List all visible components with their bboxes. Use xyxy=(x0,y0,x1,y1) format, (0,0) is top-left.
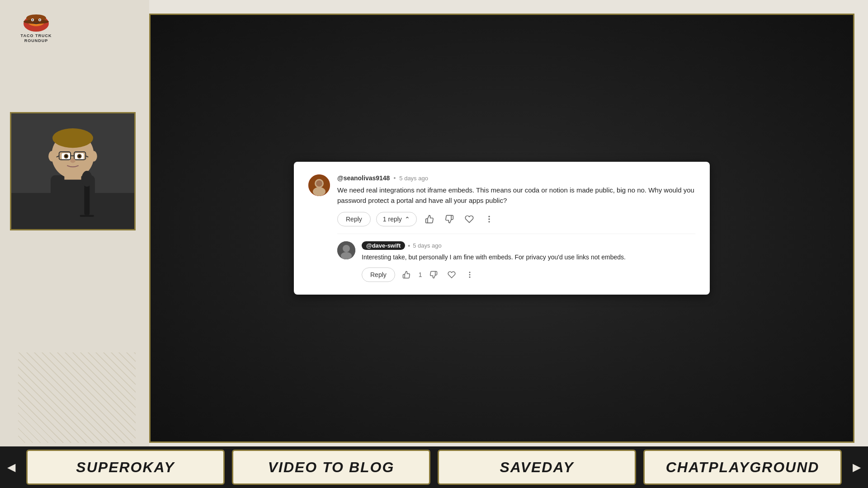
main-comment: @seanolivas9148 • 5 days ago We need rea… xyxy=(308,174,695,226)
reply-more-button[interactable] xyxy=(463,268,476,282)
logo-icon xyxy=(23,11,50,33)
main-comment-timestamp: 5 days ago xyxy=(399,175,428,182)
svg-point-35 xyxy=(488,216,490,217)
nav-arrow-right[interactable]: ▶ xyxy=(845,446,868,488)
comment-card: @seanolivas9148 • 5 days ago We need rea… xyxy=(294,162,710,295)
main-comment-avatar xyxy=(308,174,330,196)
bottom-nav-label-2: SAVEDAY xyxy=(500,459,574,476)
svg-point-20 xyxy=(65,155,67,157)
reply-like-count: 1 xyxy=(419,271,422,278)
svg-point-40 xyxy=(341,252,352,259)
svg-point-15 xyxy=(90,151,97,161)
logo-text: TACO TRUCK ROUNDUP xyxy=(21,33,52,43)
main-background: @seanolivas9148 • 5 days ago We need rea… xyxy=(151,15,853,441)
svg-point-27 xyxy=(70,159,75,163)
svg-point-41 xyxy=(469,272,470,273)
main-like-button[interactable] xyxy=(422,212,437,226)
svg-point-42 xyxy=(469,274,470,276)
main-replies-button[interactable]: 1 reply ⌃ xyxy=(376,212,417,226)
main-dislike-button[interactable] xyxy=(442,212,457,226)
svg-point-13 xyxy=(52,128,93,148)
nav-arrow-left[interactable]: ◀ xyxy=(0,446,23,488)
main-comment-username: @seanolivas9148 xyxy=(337,174,390,182)
reply-dislike-button[interactable] xyxy=(427,268,440,282)
svg-point-37 xyxy=(488,221,490,222)
svg-point-3 xyxy=(24,19,49,24)
reply-like-button[interactable] xyxy=(400,268,413,282)
bottom-nav-label-3: CHATPLAYGROUND xyxy=(666,459,820,476)
main-heart-button[interactable] xyxy=(462,212,476,226)
svg-rect-30 xyxy=(80,215,94,217)
reply-reply-button[interactable]: Reply xyxy=(362,267,395,282)
left-sidebar-bg xyxy=(0,0,149,488)
reply-comment-meta: @dave-swift • 5 days ago xyxy=(362,241,695,250)
main-comment-content: @seanolivas9148 • 5 days ago We need rea… xyxy=(337,174,695,226)
logo-area: TACO TRUCK ROUNDUP xyxy=(9,9,63,45)
svg-point-39 xyxy=(343,245,350,252)
bottom-nav-bar: ◀ SUPEROKAY VIDEO TO BLOG SAVEDAY CHATPL… xyxy=(0,446,868,488)
main-content-area: @seanolivas9148 • 5 days ago We need rea… xyxy=(149,14,854,443)
bottom-nav-item-3[interactable]: CHATPLAYGROUND xyxy=(643,450,842,485)
main-reply-button[interactable]: Reply xyxy=(337,212,371,226)
svg-point-7 xyxy=(39,19,41,21)
chevron-up-icon: ⌃ xyxy=(405,216,410,223)
reply-username-badge: @dave-swift xyxy=(362,241,405,250)
bottom-nav-label-1: VIDEO TO BLOG xyxy=(268,459,395,476)
svg-point-36 xyxy=(488,218,490,220)
reply-comment: @dave-swift • 5 days ago Interesting tak… xyxy=(337,241,695,282)
presenter-webcam xyxy=(10,112,136,230)
svg-point-34 xyxy=(316,180,322,187)
svg-point-29 xyxy=(82,171,92,187)
reply-section: @dave-swift • 5 days ago Interesting tak… xyxy=(337,234,695,282)
bottom-nav-item-0[interactable]: SUPEROKAY xyxy=(26,450,225,485)
main-comment-actions: Reply 1 reply ⌃ xyxy=(337,212,695,226)
meta-dot: • xyxy=(393,174,396,182)
svg-point-6 xyxy=(32,19,33,21)
reply-comment-text: Interesting take, but personally I am fi… xyxy=(362,253,695,262)
bottom-nav-item-1[interactable]: VIDEO TO BLOG xyxy=(232,450,430,485)
reply-comment-content: @dave-swift • 5 days ago Interesting tak… xyxy=(362,241,695,282)
reply-heart-button[interactable] xyxy=(445,268,458,282)
reply-comment-timestamp: 5 days ago xyxy=(413,242,442,249)
main-comment-meta: @seanolivas9148 • 5 days ago xyxy=(337,174,695,182)
presenter-image xyxy=(11,112,134,230)
svg-point-14 xyxy=(48,151,56,161)
svg-point-43 xyxy=(469,277,470,278)
reply-meta-dot: • xyxy=(408,242,410,249)
bottom-nav-item-2[interactable]: SAVEDAY xyxy=(438,450,636,485)
bottom-nav-label-0: SUPEROKAY xyxy=(76,459,175,476)
svg-point-21 xyxy=(78,155,80,157)
main-comment-text: We need real integrations not iframe emb… xyxy=(337,185,695,206)
main-more-button[interactable] xyxy=(482,212,496,226)
reply-avatar xyxy=(337,241,355,259)
svg-point-33 xyxy=(313,187,326,196)
reply-comment-actions: Reply 1 xyxy=(362,267,695,282)
